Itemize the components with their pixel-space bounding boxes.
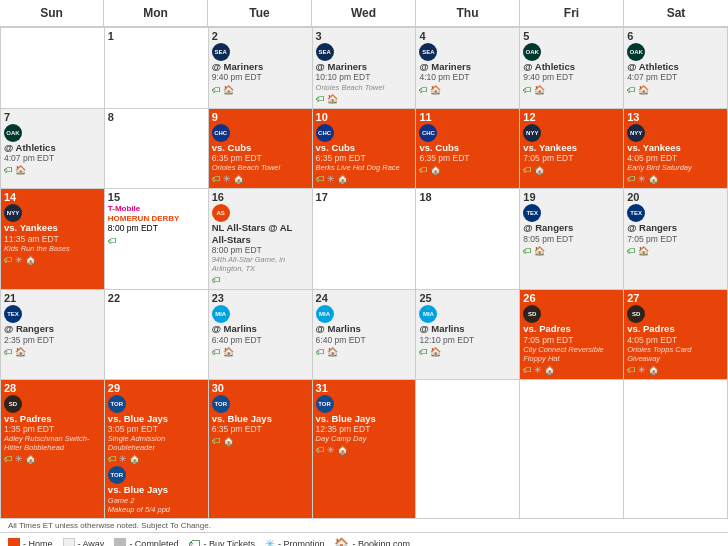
calendar-cell[interactable]: 8 bbox=[105, 109, 209, 190]
game-time: 6:35 pm EDT bbox=[212, 153, 309, 163]
calendar-cell[interactable] bbox=[624, 380, 728, 519]
calendar-grid: 12 SEA@ Mariners 9:40 pm EDT 🏷🏠 3 SEA@ M… bbox=[0, 27, 728, 519]
ticket-icon: 🏷 bbox=[212, 436, 221, 446]
icons-row: 🏷✳🏠 bbox=[4, 255, 101, 265]
game-entry: T-Mobile HOMERUN DERBY 8:00 pm EDT 🏷 bbox=[108, 204, 205, 245]
calendar-cell[interactable]: 6 OAK@ Athletics 4:07 pm EDT 🏷🏠 bbox=[624, 28, 728, 109]
legend-ticket-label: - Buy Tickets bbox=[203, 539, 255, 546]
calendar-cell[interactable] bbox=[416, 380, 520, 519]
homerun-derby-label: HOMERUN DERBY bbox=[108, 214, 180, 223]
ticket-icon: 🏷 bbox=[316, 347, 325, 357]
date-number: 4 bbox=[419, 30, 516, 42]
calendar-cell[interactable]: 9 CHCvs. Cubs 6:35 pm EDT Orioles Beach … bbox=[209, 109, 313, 190]
calendar-cell[interactable]: 12 NYYvs. Yankees 7:05 pm EDT 🏷🏠 bbox=[520, 109, 624, 190]
calendar-cell[interactable]: 30 TORvs. Blue Jays 6:35 pm EDT 🏷🏠 bbox=[209, 380, 313, 519]
ticket-icon: 🏷 bbox=[523, 85, 532, 95]
legend-completed-label: - Completed bbox=[129, 539, 178, 546]
booking-home-icon: 🏠 bbox=[544, 365, 555, 375]
game-title: @ Athletics bbox=[627, 61, 724, 72]
calendar-cell[interactable]: 20 TEX@ Rangers 7:05 pm EDT 🏷🏠 bbox=[624, 189, 728, 290]
calendar-cell[interactable]: 7 OAK@ Athletics 4:07 pm EDT 🏷🏠 bbox=[1, 109, 105, 190]
promo-icon: ✳ bbox=[265, 537, 275, 546]
game-entry: NYYvs. Yankees 11:35 am EDT Kids Run the… bbox=[4, 204, 101, 265]
calendar-cell[interactable]: 24 MIA@ Marlins 6:40 pm EDT 🏷🏠 bbox=[313, 290, 417, 380]
calendar-cell[interactable]: 10 CHCvs. Cubs 6:35 pm EDT Berks Live Ho… bbox=[313, 109, 417, 190]
game-entry: OAK@ Athletics 4:07 pm EDT 🏷🏠 bbox=[627, 43, 724, 95]
game-title: vs. Padres bbox=[523, 323, 620, 334]
calendar-cell[interactable]: 26 SDvs. Padres 7:05 pm EDT City Connect… bbox=[520, 290, 624, 380]
game-promo: Orioles Topps Card Giveaway bbox=[627, 345, 724, 363]
icons-row: 🏷✳🏠 bbox=[627, 365, 724, 375]
game-title: @ Rangers bbox=[4, 323, 101, 334]
calendar-cell[interactable]: 11 CHCvs. Cubs 6:35 pm EDT 🏷🏠 bbox=[416, 109, 520, 190]
calendar-cell[interactable]: 15 T-Mobile HOMERUN DERBY 8:00 pm EDT 🏷 bbox=[105, 189, 209, 290]
date-number: 9 bbox=[212, 111, 309, 123]
game-title: vs. Yankees bbox=[627, 142, 724, 153]
calendar-cell[interactable]: 31 TORvs. Blue Jays 12:35 pm EDT Day Cam… bbox=[313, 380, 417, 519]
game-title: vs. Yankees bbox=[4, 222, 101, 233]
icons-row: 🏷🏠 bbox=[419, 85, 516, 95]
calendar-cell[interactable]: 4 SEA@ Mariners 4:10 pm EDT 🏷🏠 bbox=[416, 28, 520, 109]
booking-home-icon: 🏠 bbox=[327, 94, 338, 104]
booking-home-icon: 🏠 bbox=[25, 454, 36, 464]
game-title: @ Marlins bbox=[419, 323, 516, 334]
game-entry: TEX@ Rangers 2:35 pm EDT 🏷🏠 bbox=[4, 305, 101, 357]
calendar-cell[interactable]: 23 MIA@ Marlins 6:40 pm EDT 🏷🏠 bbox=[209, 290, 313, 380]
calendar-cell[interactable]: 22 bbox=[105, 290, 209, 380]
game-entry: MIA@ Marlins 6:40 pm EDT 🏷🏠 bbox=[316, 305, 413, 357]
date-number: 16 bbox=[212, 191, 309, 203]
calendar-cell[interactable] bbox=[520, 380, 624, 519]
calendar-cell[interactable]: 1 bbox=[105, 28, 209, 109]
ticket-icon: 🏷 bbox=[108, 236, 117, 246]
legend-home-label: - Home bbox=[23, 539, 53, 546]
calendar-cell[interactable]: 28 SDvs. Padres 1:35 pm EDT Adley Rutsch… bbox=[1, 380, 105, 519]
calendar-cell[interactable]: 27 SDvs. Padres 4:05 pm EDT Orioles Topp… bbox=[624, 290, 728, 380]
game-title: @ Mariners bbox=[419, 61, 516, 72]
icons-row: 🏷🏠 bbox=[523, 85, 620, 95]
booking-home-icon: 🏠 bbox=[648, 365, 659, 375]
game-time: 4:07 pm EDT bbox=[627, 72, 724, 82]
booking-home-icon: 🏠 bbox=[233, 174, 244, 184]
ticket-icon: 🏷 bbox=[212, 85, 221, 95]
calendar-cell[interactable] bbox=[1, 28, 105, 109]
game-title: @ Rangers bbox=[523, 222, 620, 233]
game-time: 4:07 pm EDT bbox=[4, 153, 101, 163]
game-title: vs. Padres bbox=[4, 413, 101, 424]
booking-home-icon: 🏠 bbox=[15, 165, 26, 175]
game-time: 1:35 pm EDT bbox=[4, 424, 101, 434]
legend-away: - Away bbox=[63, 538, 105, 546]
header-mon: Mon bbox=[104, 0, 208, 26]
calendar-cell[interactable]: 5 OAK@ Athletics 9:40 pm EDT 🏷🏠 bbox=[520, 28, 624, 109]
game-entry: CHCvs. Cubs 6:35 pm EDT Orioles Beach To… bbox=[212, 124, 309, 185]
ticket-icon: 🏷 bbox=[627, 174, 636, 184]
icons-row: 🏷✳🏠 bbox=[523, 365, 620, 375]
icons-row: 🏷✳🏠 bbox=[316, 445, 413, 455]
calendar-cell[interactable]: 2 SEA@ Mariners 9:40 pm EDT 🏷🏠 bbox=[209, 28, 313, 109]
calendar-cell[interactable]: 21 TEX@ Rangers 2:35 pm EDT 🏷🏠 bbox=[1, 290, 105, 380]
game-time: 6:40 pm EDT bbox=[316, 335, 413, 345]
booking-home-icon: 🏠 bbox=[648, 174, 659, 184]
promo-star-icon: ✳ bbox=[15, 454, 23, 464]
ticket-icon: 🏷 bbox=[316, 174, 325, 184]
header-sun: Sun bbox=[0, 0, 104, 26]
calendar-cell[interactable]: 16 ASNL All-Stars @ AL All-Stars 8:00 pm… bbox=[209, 189, 313, 290]
date-number: 17 bbox=[316, 191, 413, 203]
ticket-icon: 🏷 bbox=[4, 255, 13, 265]
calendar-cell[interactable]: 25 MIA@ Marlins 12:10 pm EDT 🏷🏠 bbox=[416, 290, 520, 380]
booking-home-icon: 🏠 bbox=[223, 436, 234, 446]
calendar-cell[interactable]: 19 TEX@ Rangers 8:05 pm EDT 🏷🏠 bbox=[520, 189, 624, 290]
booking-home-icon: 🏠 bbox=[223, 85, 234, 95]
calendar-cell[interactable]: 17 bbox=[313, 189, 417, 290]
calendar-cell[interactable]: 18 bbox=[416, 189, 520, 290]
game-promo: Orioles Beach Towel bbox=[316, 83, 413, 92]
calendar-cell[interactable]: 13 NYYvs. Yankees 4:05 pm EDT Early Bird… bbox=[624, 109, 728, 190]
game-promo: Orioles Beach Towel bbox=[212, 163, 309, 172]
calendar-cell[interactable]: 29 TORvs. Blue Jays 3:05 pm EDT Single A… bbox=[105, 380, 209, 519]
date-number: 6 bbox=[627, 30, 724, 42]
promo-star-icon: ✳ bbox=[15, 255, 23, 265]
booking-home-icon: 🏠 bbox=[534, 165, 545, 175]
game-entry: TORvs. Blue Jays Game 2Makeup of 5/4 ppd bbox=[108, 466, 205, 513]
calendar-cell[interactable]: 14 NYYvs. Yankees 11:35 am EDT Kids Run … bbox=[1, 189, 105, 290]
game-time: 4:05 pm EDT bbox=[627, 153, 724, 163]
calendar-cell[interactable]: 3 SEA@ Mariners 10:10 pm EDT Orioles Bea… bbox=[313, 28, 417, 109]
